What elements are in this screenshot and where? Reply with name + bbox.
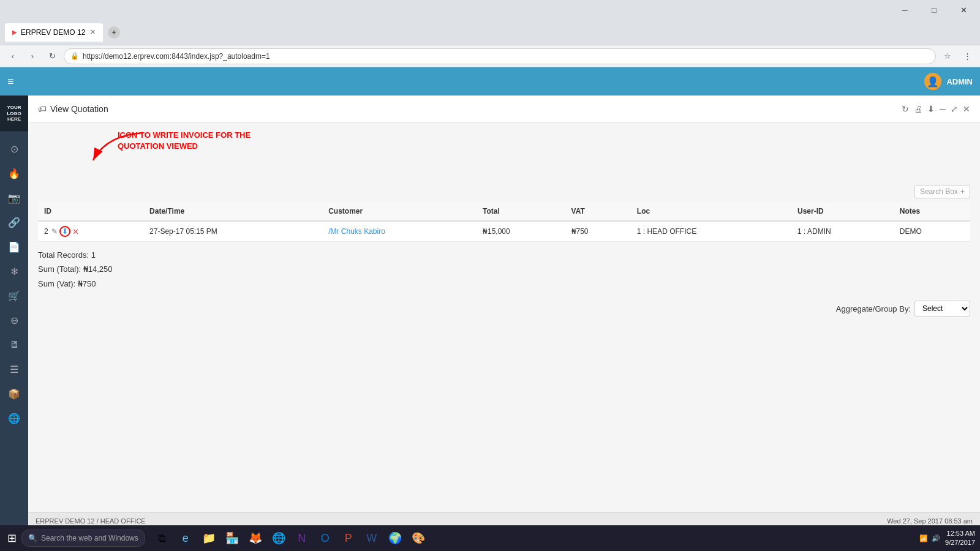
taskbar: ⊞ 🔍 Search the web and Windows ⧉ e 📁 🏪 🦊… [0, 525, 980, 529]
print-icon[interactable]: 🖨 [914, 104, 922, 114]
col-loc: Loc [631, 202, 791, 221]
address-bar[interactable]: 🔒 https://demo12.erprev.com:8443/index.j… [64, 48, 936, 64]
cell-id: 2 ✎ ⬇ ✕ [38, 221, 143, 242]
cell-vat: ₦750 [565, 221, 631, 242]
back-button[interactable]: ‹ [5, 48, 21, 64]
sidebar-item-documents[interactable]: 📄 [2, 235, 26, 258]
main-content: 🏷 View Quotation ↻ 🖨 ⬇ ─ ⤢ ✕ ICON TO W [28, 96, 980, 529]
edit-icon[interactable]: ✎ [51, 227, 58, 236]
footer-right: Wed 27, Sep 2017 08:53 am [887, 517, 973, 525]
aggregate-label: Aggregate/Group By: [836, 304, 911, 313]
sum-vat: Sum (Vat): ₦750 [38, 277, 970, 291]
outlook-icon[interactable]: O [315, 528, 335, 529]
sidebar-item-reports[interactable]: ⊖ [2, 309, 26, 332]
firefox-icon[interactable]: 🦊 [246, 528, 265, 529]
sidebar-item-list[interactable]: ☰ [2, 358, 26, 381]
content-header: 🏷 View Quotation ↻ 🖨 ⬇ ─ ⤢ ✕ [28, 96, 980, 122]
annotation-arrow [69, 130, 154, 179]
paint-icon[interactable]: 🎨 [409, 528, 428, 529]
expand-icon[interactable]: ⤢ [951, 104, 958, 114]
secure-icon: 🔒 [70, 52, 79, 60]
sidebar-item-cart[interactable]: 🛒 [2, 284, 26, 307]
sidebar-item-settings[interactable]: ❄ [2, 260, 26, 283]
task-view-icon[interactable]: ⧉ [153, 528, 172, 529]
col-customer: Customer [322, 202, 477, 221]
sidebar-item-monitor[interactable]: 🖥 [2, 333, 26, 356]
extensions-button[interactable]: ☆ [940, 48, 956, 64]
reload-button[interactable]: ↻ [44, 48, 60, 64]
powerpoint-icon[interactable]: P [339, 528, 358, 529]
data-table: ID Date/Time Customer Total VAT Loc User… [38, 202, 970, 242]
tag-icon: 🏷 [38, 104, 47, 114]
logo: YOUR LOGO HERE [0, 96, 28, 132]
cell-user-id: 1 : ADMIN [791, 221, 894, 242]
sidebar-item-dashboard[interactable]: ⊙ [2, 137, 26, 160]
cell-total: ₦15,000 [477, 221, 565, 242]
edge-icon[interactable]: e [176, 528, 195, 529]
sidebar-item-network[interactable]: 🔗 [2, 211, 26, 234]
table-header-row: ID Date/Time Customer Total VAT Loc User… [38, 202, 970, 221]
col-user-id: User-ID [791, 202, 894, 221]
col-datetime: Date/Time [143, 202, 322, 221]
refresh-icon[interactable]: ↻ [902, 104, 909, 114]
minimize-button[interactable]: ─ [891, 0, 919, 20]
app-wrapper: YOUR LOGO HERE ⊙ 🔥 📷 🔗 📄 ❄ 🛒 ⊖ 🖥 ☰ 📦 🌐 [0, 96, 980, 529]
url-text: https://demo12.erprev.com:8443/index.jsp… [83, 52, 270, 61]
page-title-area: 🏷 View Quotation [38, 104, 108, 114]
browser-nav-bar: ‹ › ↻ 🔒 https://demo12.erprev.com:8443/i… [0, 45, 980, 67]
close-button[interactable]: ✕ [949, 0, 978, 20]
browser-tab-bar: ▶ ERPREV DEMO 12 ✕ + [0, 20, 980, 45]
word-icon[interactable]: W [362, 528, 382, 529]
table-row: 2 ✎ ⬇ ✕ 27-Sep-17 05:15 PM /Mr Chuks Kab… [38, 221, 970, 242]
admin-avatar: 👤 [924, 73, 941, 90]
download-icon[interactable]: ⬇ [927, 104, 935, 114]
close-panel-icon[interactable]: ✕ [963, 104, 970, 114]
cell-customer[interactable]: /Mr Chuks Kabiro [322, 221, 477, 242]
minus-icon[interactable]: ─ [940, 104, 946, 114]
search-area: Search Box + [38, 185, 970, 198]
store-icon[interactable]: 🏪 [222, 528, 242, 529]
cell-datetime: 27-Sep-17 05:15 PM [143, 221, 322, 242]
header-right: 👤 ADMIN [924, 73, 973, 90]
active-tab[interactable]: ▶ ERPREV DEMO 12 ✕ [5, 23, 103, 42]
tab-favicon: ▶ [12, 29, 17, 36]
aggregate-select[interactable]: Select Customer User-ID Loc [914, 301, 970, 317]
window-titlebar: ─ □ ✕ [0, 0, 980, 20]
chrome-icon[interactable]: 🌐 [269, 528, 288, 529]
invoice-icon[interactable]: ⬇ [62, 227, 68, 236]
taskbar-icons: ⧉ e 📁 🏪 🦊 🌐 N O P W 🌍 🎨 [153, 528, 428, 529]
total-records: Total Records: 1 [38, 248, 970, 262]
sidebar-item-sales[interactable]: 🔥 [2, 162, 26, 185]
search-box[interactable]: Search Box + [914, 185, 970, 198]
delete-icon[interactable]: ✕ [72, 227, 79, 236]
col-vat: VAT [565, 202, 631, 221]
hamburger-menu-icon[interactable]: ≡ [7, 75, 14, 88]
aggregate-area: Aggregate/Group By: Select Customer User… [38, 301, 970, 317]
sum-total: Sum (Total): ₦14,250 [38, 262, 970, 276]
col-notes: Notes [894, 202, 970, 221]
content-body: ICON TO WRITE INVOICE FOR THE QUOTATION … [28, 122, 980, 512]
sidebar: YOUR LOGO HERE ⊙ 🔥 📷 🔗 📄 ❄ 🛒 ⊖ 🖥 ☰ 📦 🌐 [0, 96, 28, 529]
search-plus-icon: + [960, 187, 965, 196]
sidebar-item-inventory[interactable]: 📦 [2, 382, 26, 405]
sidebar-item-globe[interactable]: 🌐 [2, 407, 26, 430]
header-actions: ↻ 🖨 ⬇ ─ ⤢ ✕ [902, 104, 970, 114]
row-id-text: 2 [44, 227, 48, 236]
maximize-button[interactable]: □ [920, 0, 948, 20]
col-total: Total [477, 202, 565, 221]
admin-label: ADMIN [946, 77, 973, 86]
translate-icon[interactable]: 🌍 [385, 528, 405, 529]
top-header: ≡ 👤 ADMIN [0, 67, 980, 96]
menu-button[interactable]: ⋮ [959, 48, 975, 64]
summary-area: Total Records: 1 Sum (Total): ₦14,250 Su… [38, 248, 970, 291]
tab-close-button[interactable]: ✕ [90, 28, 96, 36]
sidebar-item-camera[interactable]: 📷 [2, 186, 26, 209]
invoice-circle-button[interactable]: ⬇ [59, 226, 70, 237]
forward-button[interactable]: › [24, 48, 40, 64]
col-id: ID [38, 202, 143, 221]
file-explorer-icon[interactable]: 📁 [199, 528, 219, 529]
onenote-icon[interactable]: N [292, 528, 312, 529]
footer-left: ERPREV DEMO 12 / HEAD OFFICE [36, 517, 146, 525]
new-tab-button[interactable]: + [108, 26, 120, 39]
cell-notes: DEMO [894, 221, 970, 242]
